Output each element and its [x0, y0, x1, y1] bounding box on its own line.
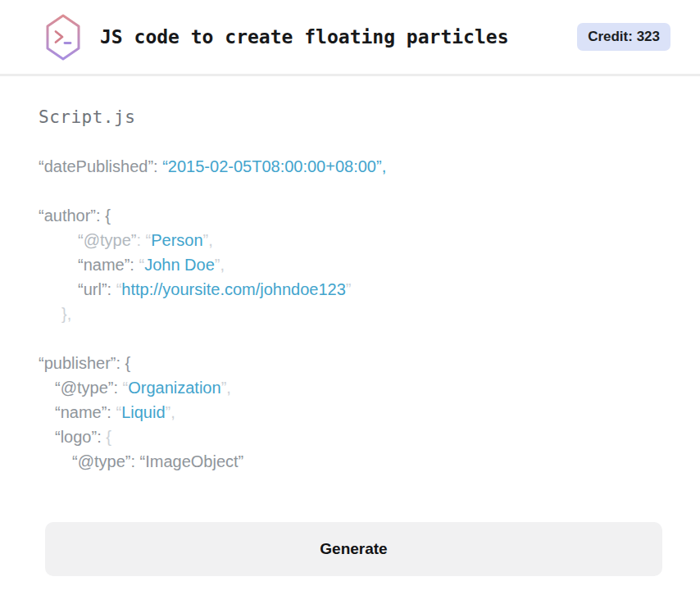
credit-badge: Credit: 323	[577, 23, 670, 51]
code-segment-gray: “@type”: “ImageObject”	[72, 452, 243, 470]
generate-button[interactable]: Generate	[45, 522, 662, 576]
code-line: “datePublished”: “2015-02-05T08:00:00+08…	[0, 154, 700, 179]
code-segment-punct: :	[136, 231, 145, 249]
code-segment-value: Liquid	[121, 403, 165, 421]
header: JS code to create floating particles Cre…	[0, 0, 700, 76]
page-title: JS code to create floating particles	[100, 26, 509, 48]
code-segment-punct: {	[106, 428, 111, 446]
code-line: “url”: “http://yoursite.com/johndoe123”	[0, 277, 700, 302]
terminal-prompt-hexagon-icon	[45, 14, 81, 61]
code-line: “name”: “Liquid”,	[0, 400, 700, 425]
code-segment-value: http://yoursite.com/johndoe123	[121, 280, 346, 298]
code-segment-value: “2015-02-05T08:00:00+08:00”,	[162, 157, 386, 175]
code-segment-key: “publisher”: {	[39, 354, 130, 372]
code-segment-key: “name”:	[78, 256, 139, 274]
code-line: “@type”: “Organization”,	[0, 375, 700, 400]
code-segment-key: “datePublished”:	[39, 157, 162, 175]
code-segment-key: “author”: {	[39, 207, 111, 225]
code-segment-value: Person	[151, 231, 202, 249]
code-segment-punct: },	[61, 305, 71, 323]
code-segment-key: “name”:	[55, 403, 116, 421]
code-segment-punct: ”,	[215, 256, 225, 274]
code-line	[0, 179, 700, 203]
code-line	[0, 326, 700, 351]
code-segment-key: “@type”:	[55, 379, 123, 397]
script-filename: Script.js	[39, 107, 135, 127]
code-line: “name”: “John Doe”,	[0, 252, 700, 277]
code-block: “datePublished”: “2015-02-05T08:00:00+08…	[0, 154, 700, 474]
code-segment-value: Organization	[128, 379, 220, 397]
code-segment-punct: ”,	[221, 379, 231, 397]
code-segment-punct: ”,	[166, 403, 175, 421]
code-line: },	[0, 302, 700, 326]
code-line: “@type”: “ImageObject”	[0, 449, 700, 474]
code-line: “@type”: “Person”,	[0, 228, 700, 252]
code-segment-punct: ”,	[203, 231, 213, 249]
code-segment-key: “url”:	[78, 280, 116, 298]
code-segment-value: John Doe	[144, 256, 215, 274]
code-segment-punct: ”	[346, 280, 352, 298]
code-line: “publisher”: {	[0, 351, 700, 375]
code-segment-key: “logo”:	[55, 428, 106, 446]
code-line: “author”: {	[0, 203, 700, 228]
code-segment-keylight: “@type”	[78, 231, 136, 249]
prompt-chevron-icon	[56, 31, 62, 42]
code-line: “logo”: {	[0, 425, 700, 449]
